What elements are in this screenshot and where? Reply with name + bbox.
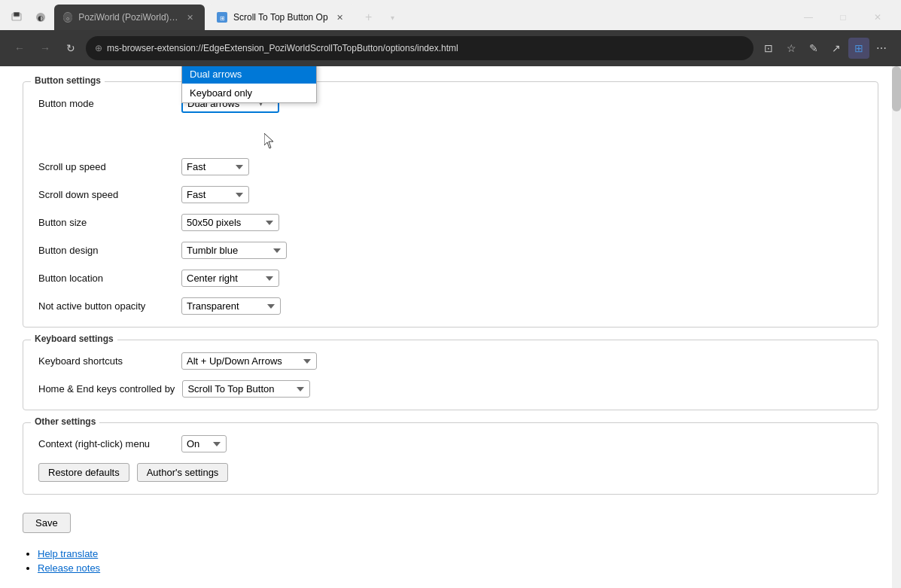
scroll-up-speed-row: Scroll up speed Fast Medium Slow <box>38 158 863 175</box>
button-size-row: Button size 50x50 pixels 40x40 pixels 60… <box>38 214 863 231</box>
authors-settings-button[interactable]: Author's settings <box>137 463 229 482</box>
button-opacity-select[interactable]: Transparent Semi-transparent Opaque <box>181 297 281 315</box>
home-end-keys-select[interactable]: Scroll To Top Button Browser None <box>182 380 310 398</box>
button-location-select[interactable]: Center right Bottom right Bottom left Ce… <box>181 270 279 287</box>
button-design-row: Button design Tumblr blue Classic Modern <box>38 242 863 259</box>
url-secure-icon: ⊕ <box>95 43 102 53</box>
button-mode-row: Button mode Dual arrows ▾ Scroll to top … <box>38 94 863 113</box>
back-button[interactable]: ← <box>9 38 30 59</box>
scrollbar-track <box>892 66 901 588</box>
back-tab-btn[interactable]: ◐ <box>30 7 51 28</box>
button-location-row: Button location Center right Bottom righ… <box>38 270 863 287</box>
window-controls: — □ ✕ <box>791 5 895 30</box>
button-design-select[interactable]: Tumblr blue Classic Modern <box>181 242 287 259</box>
scrollbar-thumb[interactable] <box>892 66 901 111</box>
restore-defaults-button[interactable]: Restore defaults <box>38 463 129 482</box>
collections-icon[interactable]: ✎ <box>803 38 824 59</box>
other-settings-section: Other settings Context (right-click) men… <box>23 422 878 495</box>
button-location-label: Button location <box>38 273 174 284</box>
dropdown-option-keyboard[interactable]: Keyboard only <box>182 84 316 102</box>
minimize-button[interactable]: — <box>791 5 826 30</box>
address-bar: ← → ↻ ⊕ ms-browser-extension://EdgeExten… <box>0 30 901 66</box>
button-mode-label: Button mode <box>38 98 174 109</box>
scroll-down-speed-select[interactable]: Fast Medium Slow <box>181 186 249 203</box>
github-icon: ○ <box>63 12 72 23</box>
button-opacity-label: Not active button opacity <box>38 300 174 312</box>
close-button[interactable]: ✕ <box>860 5 895 30</box>
tab-dropdown-btn[interactable]: ▾ <box>382 7 403 28</box>
links-section: Help translate Release notes <box>23 548 878 574</box>
button-size-label: Button size <box>38 217 174 228</box>
svg-text:⊞: ⊞ <box>220 15 225 22</box>
scroll-up-speed-select[interactable]: Fast Medium Slow <box>181 158 249 175</box>
settings-buttons-row: Restore defaults Author's settings <box>38 463 863 482</box>
mouse-cursor <box>264 133 276 152</box>
tab2-close[interactable]: ✕ <box>334 11 346 23</box>
button-settings-legend: Button settings <box>31 75 105 86</box>
tab1-close[interactable]: ✕ <box>185 11 196 23</box>
toolbar-icons: ⊡ ☆ ✎ ↗ ⊞ ⋯ <box>758 38 892 59</box>
tab-bar: ◐ ○ PoziWorld (PoziWorld) · Gith ✕ ⊞ <box>0 0 901 30</box>
share-icon[interactable]: ↗ <box>826 38 847 59</box>
browser-chrome: ◐ ○ PoziWorld (PoziWorld) · Gith ✕ ⊞ <box>0 0 901 66</box>
page-content: Button settings Button mode Dual arrows … <box>0 66 901 588</box>
extension-icon: ⊞ <box>217 12 227 23</box>
favorites-icon[interactable]: ☆ <box>781 38 802 59</box>
context-menu-row: Context (right-click) menu On Off <box>38 435 863 452</box>
context-menu-select[interactable]: On Off <box>181 435 227 452</box>
svg-text:○: ○ <box>66 16 69 21</box>
keyboard-shortcuts-label: Keyboard shortcuts <box>38 355 174 367</box>
tab1-label: PoziWorld (PoziWorld) · Gith <box>78 12 179 23</box>
button-opacity-row: Not active button opacity Transparent Se… <box>38 297 863 315</box>
settings-icon[interactable]: ⋯ <box>871 38 892 59</box>
button-size-select[interactable]: 50x50 pixels 40x40 pixels 60x60 pixels <box>181 214 279 231</box>
tab-extension[interactable]: ⊞ Scroll To Top Button Op ✕ <box>208 5 355 30</box>
help-translate-link[interactable]: Help translate <box>38 548 98 559</box>
scroll-down-speed-row: Scroll down speed Fast Medium Slow <box>38 186 863 203</box>
button-settings-section: Button settings Button mode Dual arrows … <box>23 81 878 328</box>
other-settings-legend: Other settings <box>31 416 99 427</box>
release-notes-link[interactable]: Release notes <box>38 562 100 574</box>
dropdown-option-dual[interactable]: Dual arrows <box>182 66 316 84</box>
svg-rect-1 <box>14 12 20 17</box>
reader-view-icon[interactable]: ⊡ <box>758 38 779 59</box>
url-text: ms-browser-extension://EdgeExtension_Poz… <box>107 43 744 53</box>
scroll-down-speed-label: Scroll down speed <box>38 189 174 200</box>
svg-text:◐: ◐ <box>38 14 44 22</box>
keyboard-settings-legend: Keyboard settings <box>31 334 117 344</box>
tab2-label: Scroll To Top Button Op <box>233 12 328 23</box>
forward-button[interactable]: → <box>35 38 56 59</box>
keyboard-shortcuts-select[interactable]: Alt + Up/Down Arrows Ctrl + Up/Down Arro… <box>181 352 317 370</box>
home-end-keys-row: Home & End keys controlled by Scroll To … <box>38 380 863 398</box>
button-mode-dropdown: Scroll to top only Flip between top & bo… <box>181 66 317 103</box>
help-translate-item: Help translate <box>38 548 878 559</box>
url-box[interactable]: ⊕ ms-browser-extension://EdgeExtension_P… <box>86 36 753 60</box>
maximize-button[interactable]: □ <box>826 5 860 30</box>
home-end-keys-label: Home & End keys controlled by <box>38 383 175 395</box>
new-tab-btn[interactable] <box>6 7 27 28</box>
button-mode-wrapper: Dual arrows ▾ Scroll to top only Flip be… <box>181 94 279 113</box>
scroll-up-speed-label: Scroll up speed <box>38 161 174 172</box>
context-menu-label: Context (right-click) menu <box>38 438 174 449</box>
new-tab-button[interactable]: + <box>358 7 379 28</box>
refresh-button[interactable]: ↻ <box>60 38 81 59</box>
keyboard-settings-section: Keyboard settings Keyboard shortcuts Alt… <box>23 340 878 410</box>
tab-github[interactable]: ○ PoziWorld (PoziWorld) · Gith ✕ <box>54 5 205 30</box>
keyboard-shortcuts-row: Keyboard shortcuts Alt + Up/Down Arrows … <box>38 352 863 370</box>
button-design-label: Button design <box>38 245 174 256</box>
extension-toolbar-icon[interactable]: ⊞ <box>848 38 869 59</box>
save-button[interactable]: Save <box>23 513 71 533</box>
release-notes-item: Release notes <box>38 562 878 574</box>
